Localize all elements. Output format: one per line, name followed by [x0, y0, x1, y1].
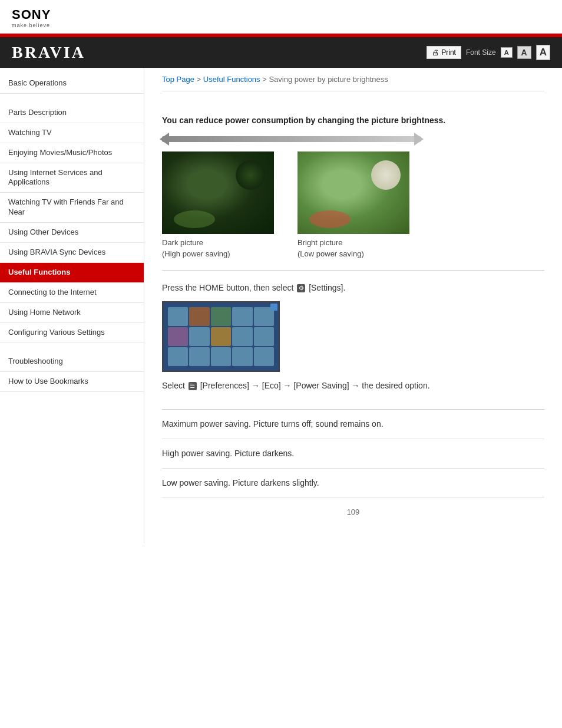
- bright-picture-image: [297, 151, 409, 234]
- home-cell-9: [232, 327, 252, 346]
- print-icon: 🖨: [432, 48, 439, 57]
- settings-icon: ⚙: [297, 284, 305, 292]
- main-layout: Basic Operations Parts Description Watch…: [0, 68, 562, 543]
- page-number: 109: [347, 508, 360, 516]
- home-cell-10: [254, 327, 274, 346]
- bright-picture-overlay: [371, 160, 401, 190]
- section-press-home: Press the HOME button, then select ⚙ [Se…: [162, 271, 544, 410]
- font-small-button[interactable]: A: [501, 47, 513, 58]
- sony-header: SONY make.believe: [0, 0, 562, 34]
- dark-picture-image: [162, 151, 274, 234]
- section-power-saving-options: Maximum power saving. Picture turns off;…: [162, 410, 544, 498]
- sidebar-item-configuring-settings[interactable]: Configuring Various Settings: [0, 323, 144, 343]
- home-cell-14: [232, 347, 252, 366]
- sidebar-item-basic-operations[interactable]: Basic Operations: [0, 74, 144, 94]
- breadcrumb-sep2: >: [262, 75, 269, 84]
- bright-picture-label: Bright picture (Low power saving): [297, 238, 364, 259]
- breadcrumb-useful-functions[interactable]: Useful Functions: [203, 75, 260, 84]
- sidebar-item-useful-functions[interactable]: Useful Functions: [0, 263, 144, 283]
- home-cell-3: [211, 307, 231, 326]
- arrow-bar-container: [162, 133, 421, 146]
- press-home-text: Press the HOME button, then select ⚙ [Se…: [162, 281, 544, 294]
- breadcrumb-top-page[interactable]: Top Page: [162, 75, 194, 84]
- arrow-bar: [162, 136, 421, 142]
- font-large-button[interactable]: A: [536, 45, 550, 60]
- home-screen-image: [162, 301, 280, 372]
- page-footer: 109: [162, 498, 544, 526]
- option-row-1: Maximum power saving. Picture turns off;…: [162, 410, 544, 439]
- font-medium-button[interactable]: A: [517, 46, 531, 59]
- breadcrumb: Top Page > Useful Functions > Saving pow…: [162, 68, 544, 91]
- home-cell-8: [211, 327, 231, 346]
- pictures-row: Dark picture (High power saving) Bright …: [162, 151, 544, 259]
- dark-picture-accent: [174, 210, 215, 228]
- home-cell-15: [254, 347, 274, 366]
- sidebar-item-troubleshooting[interactable]: Troubleshooting: [0, 352, 144, 372]
- home-cell-12: [189, 347, 209, 366]
- font-size-label: Font Size: [466, 48, 496, 57]
- main-content: Top Page > Useful Functions > Saving pow…: [144, 68, 562, 543]
- print-button[interactable]: 🖨 Print: [427, 46, 461, 59]
- dark-picture-item: Dark picture (High power saving): [162, 151, 274, 259]
- sidebar-item-using-bravia-sync[interactable]: Using BRAVIA Sync Devices: [0, 243, 144, 263]
- sidebar-item-using-home-network[interactable]: Using Home Network: [0, 303, 144, 323]
- home-cell-11: [168, 347, 188, 366]
- home-cell-13: [211, 347, 231, 366]
- home-cell-1: [168, 307, 188, 326]
- option-row-3: Low power saving. Picture darkens slight…: [162, 469, 544, 498]
- sidebar-item-using-other-devices[interactable]: Using Other Devices: [0, 223, 144, 243]
- sony-tagline: make.believe: [12, 22, 550, 28]
- sidebar-item-parts-description[interactable]: Parts Description: [0, 103, 144, 123]
- home-screen-grid: [168, 307, 274, 366]
- home-cell-2: [189, 307, 209, 326]
- dark-picture-overlay: [236, 160, 265, 190]
- select-instructions: Select ☰ [Preferences] → [Eco] → [Power …: [162, 379, 544, 392]
- home-screen-corner: [270, 304, 277, 311]
- sidebar-item-enjoying-movies[interactable]: Enjoying Movies/Music/Photos: [0, 143, 144, 163]
- sidebar-item-connecting-internet[interactable]: Connecting to the Internet: [0, 283, 144, 303]
- sidebar-item-watching-tv-friends[interactable]: Watching TV with Friends Far and Near: [0, 193, 144, 223]
- home-cell-7: [189, 327, 209, 346]
- nav-controls: 🖨 Print Font Size A A A: [427, 45, 550, 60]
- pref-icon: ☰: [189, 382, 197, 390]
- bravia-title: BRAVIA: [12, 43, 85, 62]
- sidebar-item-using-internet[interactable]: Using Internet Services and Applications: [0, 163, 144, 193]
- intro-text: You can reduce power consumption by chan…: [162, 114, 544, 127]
- sony-logo-text: SONY: [12, 7, 550, 22]
- sidebar: Basic Operations Parts Description Watch…: [0, 68, 144, 543]
- breadcrumb-sep1: >: [197, 75, 203, 84]
- section-intro: You can reduce power consumption by chan…: [162, 103, 544, 271]
- dark-picture-label: Dark picture (High power saving): [162, 238, 230, 259]
- sidebar-item-how-to-use-bookmarks[interactable]: How to Use Bookmarks: [0, 372, 144, 392]
- arrow-left-icon: [160, 133, 169, 146]
- arrow-right-icon: [414, 133, 424, 146]
- bright-picture-accent: [309, 210, 351, 228]
- top-nav-bar: BRAVIA 🖨 Print Font Size A A A: [0, 37, 562, 68]
- sony-logo: SONY make.believe: [12, 7, 550, 28]
- home-cell-6: [168, 327, 188, 346]
- option-row-2: High power saving. Picture darkens.: [162, 439, 544, 469]
- sidebar-item-watching-tv[interactable]: Watching TV: [0, 123, 144, 143]
- breadcrumb-current: Saving power by picture brightness: [269, 75, 388, 84]
- bright-picture-item: Bright picture (Low power saving): [297, 151, 409, 259]
- print-label: Print: [441, 48, 456, 57]
- home-cell-4: [232, 307, 252, 326]
